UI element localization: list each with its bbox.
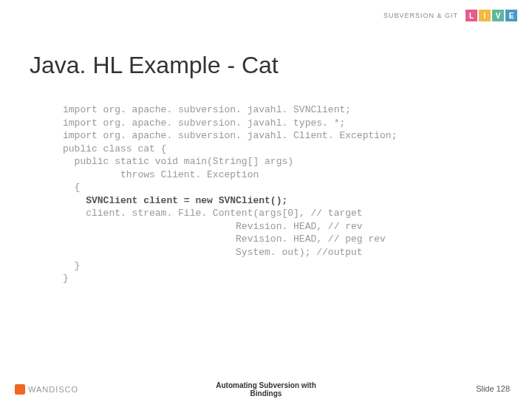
live-logo: L I V E (466, 10, 517, 21)
code-line: client. stream. File. Content(args[0], /… (63, 207, 397, 220)
live-sq-i: I (479, 10, 491, 21)
wandisco-icon (15, 384, 25, 395)
code-block: import org. apache. subversion. javahl. … (63, 103, 397, 285)
code-line: Revision. HEAD, // rev (63, 220, 397, 233)
footer: WANDISCO Automating Subversion with Bind… (0, 378, 532, 399)
code-line: public class cat { (63, 143, 397, 156)
live-sq-e: E (505, 10, 517, 21)
footer-center: Automating Subversion with Bindings (216, 381, 316, 398)
footer-center-l1: Automating Subversion with (216, 381, 316, 389)
code-line: System. out); //output (63, 246, 397, 259)
wandisco-text: WANDISCO (28, 385, 78, 394)
code-line: } (63, 272, 397, 285)
code-line: import org. apache. subversion. javahl. … (63, 117, 397, 130)
slide-title: Java. HL Example - Cat (30, 52, 279, 79)
code-line: import org. apache. subversion. javahl. … (63, 103, 397, 117)
code-line: } (63, 259, 397, 273)
wandisco-logo: WANDISCO (15, 384, 78, 395)
code-line: { (63, 181, 397, 194)
code-line: public static void main(String[] args) (63, 155, 397, 168)
brand-text: SUBVERSION & GIT (383, 12, 458, 19)
code-line: Revision. HEAD, // peg rev (63, 233, 397, 246)
live-sq-v: V (492, 10, 504, 21)
header: SUBVERSION & GIT L I V E (0, 0, 532, 31)
slide-number: Slide 128 (476, 384, 510, 393)
code-line: throws Client. Exception (63, 168, 397, 182)
code-line-bold: SVNClient client = new SVNClient(); (63, 194, 397, 208)
code-line: import org. apache. subversion. javahl. … (63, 129, 397, 143)
live-sq-l: L (466, 10, 477, 21)
footer-center-l2: Bindings (216, 389, 316, 398)
